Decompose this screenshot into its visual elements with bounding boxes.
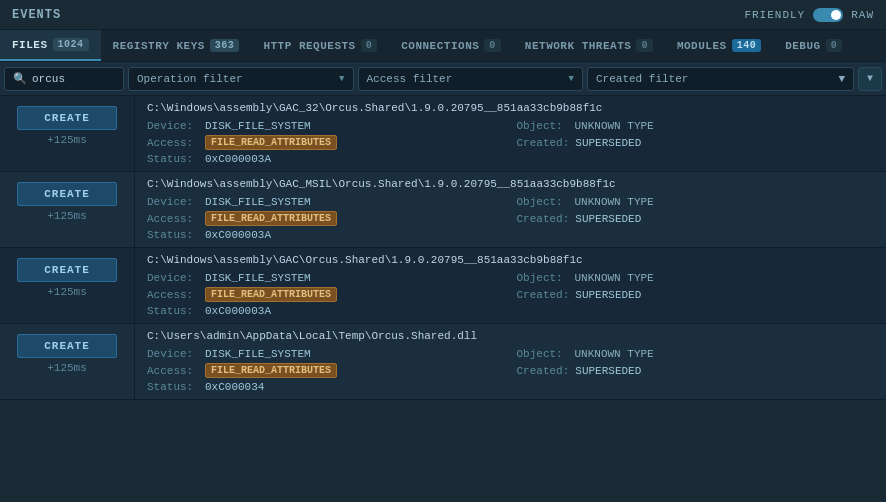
tab-files-label: FILES — [12, 39, 48, 51]
event-path-2: C:\Windows\assembly\GAC\Orcus.Shared\1.9… — [147, 254, 874, 266]
created-filter-arrow: ▼ — [838, 73, 845, 85]
device-value-3: DISK_FILE_SYSTEM — [205, 348, 311, 360]
event-path-3: C:\Users\admin\AppData\Local\Temp\Orcus.… — [147, 330, 874, 342]
access-filter-arrow: ▼ — [569, 74, 574, 84]
status-value-0: 0xC000003A — [205, 153, 271, 165]
tab-registry-keys[interactable]: REGISTRY KEYS 363 — [101, 30, 252, 61]
device-field-0: Device: DISK_FILE_SYSTEM — [147, 120, 505, 132]
object-value-3: UNKNOWN TYPE — [575, 348, 654, 360]
create-button-1[interactable]: CREATE — [17, 182, 117, 206]
status-label-0: Status: — [147, 153, 199, 165]
event-row: CREATE +125ms C:\Windows\assembly\GAC_MS… — [0, 172, 886, 248]
tab-connections[interactable]: CONNECTIONS 0 — [389, 30, 513, 61]
status-field-0: Status: 0xC000003A — [147, 153, 505, 165]
tab-http-badge: 0 — [361, 39, 378, 52]
created-field-1: Created: SUPERSEDED — [517, 211, 875, 226]
tab-modules[interactable]: MODULES 140 — [665, 30, 773, 61]
device-field-3: Device: DISK_FILE_SYSTEM — [147, 348, 505, 360]
object-value-1: UNKNOWN TYPE — [575, 196, 654, 208]
event-right-2: C:\Windows\assembly\GAC\Orcus.Shared\1.9… — [135, 248, 886, 323]
friendly-label: FRIENDLY — [744, 9, 805, 21]
event-right-3: C:\Users\admin\AppData\Local\Temp\Orcus.… — [135, 324, 886, 399]
created-label-3: Created: — [517, 365, 570, 377]
tab-debug[interactable]: DEBUG 0 — [773, 30, 854, 61]
tab-http-label: HTTP REQUESTS — [263, 40, 355, 52]
tab-http-requests[interactable]: HTTP REQUESTS 0 — [251, 30, 389, 61]
search-icon: 🔍 — [13, 72, 27, 85]
access-label-2: Access: — [147, 289, 199, 301]
tab-threats-badge: 0 — [636, 39, 653, 52]
status-field-1: Status: 0xC000003A — [147, 229, 505, 241]
device-label-1: Device: — [147, 196, 199, 208]
event-fields-2: Device: DISK_FILE_SYSTEM Object: UNKNOWN… — [147, 272, 874, 317]
access-field-1: Access: FILE_READ_ATTRIBUTES — [147, 211, 505, 226]
tab-files-badge: 1024 — [53, 38, 89, 51]
created-filter-dropdown[interactable]: Created filter ▼ — [587, 67, 854, 91]
operation-filter-arrow: ▼ — [339, 74, 344, 84]
event-path-0: C:\Windows\assembly\GAC_32\Orcus.Shared\… — [147, 102, 874, 114]
created-value-0: SUPERSEDED — [575, 137, 641, 149]
tab-threats-label: NETWORK THREATS — [525, 40, 632, 52]
tab-files[interactable]: FILES 1024 — [0, 30, 101, 61]
device-label-2: Device: — [147, 272, 199, 284]
event-row: CREATE +125ms C:\Windows\assembly\GAC\Or… — [0, 248, 886, 324]
filter-bar: 🔍 orcus Operation filter ▼ Access filter… — [0, 62, 886, 96]
created-field-2: Created: SUPERSEDED — [517, 287, 875, 302]
create-button-2[interactable]: CREATE — [17, 258, 117, 282]
tab-debug-label: DEBUG — [785, 40, 821, 52]
created-label-0: Created: — [517, 137, 570, 149]
object-field-1: Object: UNKNOWN TYPE — [517, 196, 875, 208]
events-list: CREATE +125ms C:\Windows\assembly\GAC_32… — [0, 96, 886, 502]
tab-connections-badge: 0 — [484, 39, 501, 52]
raw-toggle[interactable] — [813, 8, 843, 22]
object-value-2: UNKNOWN TYPE — [575, 272, 654, 284]
device-field-2: Device: DISK_FILE_SYSTEM — [147, 272, 505, 284]
device-value-2: DISK_FILE_SYSTEM — [205, 272, 311, 284]
object-label-3: Object: — [517, 348, 569, 360]
create-button-0[interactable]: CREATE — [17, 106, 117, 130]
search-box[interactable]: 🔍 orcus — [4, 67, 124, 91]
status-field-3: Status: 0xC000034 — [147, 381, 505, 393]
status-label-2: Status: — [147, 305, 199, 317]
created-label-2: Created: — [517, 289, 570, 301]
device-label-3: Device: — [147, 348, 199, 360]
status-value-1: 0xC000003A — [205, 229, 271, 241]
created-value-2: SUPERSEDED — [575, 289, 641, 301]
event-row: CREATE +125ms C:\Users\admin\AppData\Loc… — [0, 324, 886, 400]
access-filter-dropdown[interactable]: Access filter ▼ — [358, 67, 584, 91]
event-fields-1: Device: DISK_FILE_SYSTEM Object: UNKNOWN… — [147, 196, 874, 241]
status-value-2: 0xC000003A — [205, 305, 271, 317]
status-label-1: Status: — [147, 229, 199, 241]
access-field-0: Access: FILE_READ_ATTRIBUTES — [147, 135, 505, 150]
operation-filter-label: Operation filter — [137, 73, 243, 85]
created-value-1: SUPERSEDED — [575, 213, 641, 225]
object-field-3: Object: UNKNOWN TYPE — [517, 348, 875, 360]
created-filter-label: Created filter — [596, 73, 688, 85]
tab-registry-label: REGISTRY KEYS — [113, 40, 205, 52]
tab-debug-badge: 0 — [826, 39, 843, 52]
tab-network-threats[interactable]: NETWORK THREATS 0 — [513, 30, 665, 61]
device-value-1: DISK_FILE_SYSTEM — [205, 196, 311, 208]
time-offset-1: +125ms — [47, 210, 87, 222]
event-fields-3: Device: DISK_FILE_SYSTEM Object: UNKNOWN… — [147, 348, 874, 393]
created-field-0: Created: SUPERSEDED — [517, 135, 875, 150]
access-label-1: Access: — [147, 213, 199, 225]
access-value-badge-1: FILE_READ_ATTRIBUTES — [205, 211, 337, 226]
object-value-0: UNKNOWN TYPE — [575, 120, 654, 132]
access-field-2: Access: FILE_READ_ATTRIBUTES — [147, 287, 505, 302]
expand-icon: ▼ — [867, 73, 873, 84]
device-label-0: Device: — [147, 120, 199, 132]
object-label-0: Object: — [517, 120, 569, 132]
expand-button[interactable]: ▼ — [858, 67, 882, 91]
operation-filter-dropdown[interactable]: Operation filter ▼ — [128, 67, 354, 91]
access-field-3: Access: FILE_READ_ATTRIBUTES — [147, 363, 505, 378]
access-label-0: Access: — [147, 137, 199, 149]
created-label-1: Created: — [517, 213, 570, 225]
status-field-2: Status: 0xC000003A — [147, 305, 505, 317]
tab-bar: FILES 1024 REGISTRY KEYS 363 HTTP REQUES… — [0, 30, 886, 62]
create-button-3[interactable]: CREATE — [17, 334, 117, 358]
access-value-badge-2: FILE_READ_ATTRIBUTES — [205, 287, 337, 302]
status-label-3: Status: — [147, 381, 199, 393]
access-filter-label: Access filter — [367, 73, 453, 85]
time-offset-2: +125ms — [47, 286, 87, 298]
